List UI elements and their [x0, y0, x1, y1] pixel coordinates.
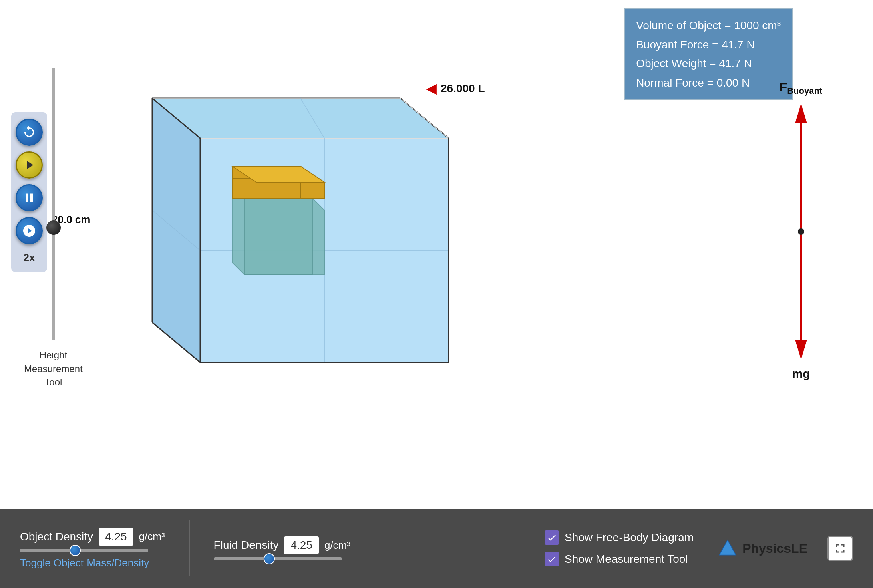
height-tool-label: HeightMeasurementTool	[24, 348, 83, 389]
svg-rect-19	[244, 198, 312, 274]
fbd-checkbox-box	[545, 530, 559, 545]
normal-force-text: Normal Force = 0.00 N	[636, 73, 781, 93]
height-measurement-tool[interactable]	[52, 68, 55, 340]
vertical-track	[52, 68, 55, 340]
object-density-group: Object Density 4.25 g/cm³ Toggle Object …	[20, 528, 165, 569]
checkboxes-panel: Show Free-Body Diagram Show Measurement …	[545, 530, 694, 566]
controls-panel: 2x	[11, 112, 47, 272]
physics-le-brand: PhysicsLE	[718, 538, 807, 558]
play-button[interactable]	[16, 151, 43, 179]
object-density-value[interactable]: 4.25	[99, 528, 133, 546]
buoyant-force-text: Buoyant Force = 41.7 N	[636, 35, 781, 54]
object-weight-text: Object Weight = 41.7 N	[636, 54, 781, 73]
object-density-label: Object Density	[20, 530, 93, 543]
fluid-density-group: Fluid Density 4.25 g/cm³	[214, 536, 350, 560]
speed-label: 2x	[24, 252, 35, 264]
slider-thumb[interactable]	[46, 220, 61, 235]
fluid-density-row: Fluid Density 4.25 g/cm³	[214, 536, 350, 554]
pause-button[interactable]	[16, 184, 43, 211]
water-level-value: 26.000 L	[441, 82, 485, 95]
fluid-density-slider-container	[214, 557, 342, 560]
measurement-checkbox-label: Show Measurement Tool	[565, 553, 688, 566]
object-density-unit: g/cm³	[139, 530, 165, 543]
bottom-bar: Object Density 4.25 g/cm³ Toggle Object …	[0, 509, 873, 588]
tank-svg	[88, 74, 449, 379]
tank-container	[88, 74, 408, 346]
simulation-area: Volume of Object = 1000 cm³ Buoyant Forc…	[0, 0, 873, 509]
fluid-density-value[interactable]: 4.25	[284, 536, 319, 554]
svg-marker-28	[719, 540, 736, 555]
volume-text: Volume of Object = 1000 cm³	[636, 16, 781, 35]
fluid-density-slider[interactable]	[214, 557, 342, 560]
mg-label: mg	[792, 367, 810, 381]
divider1	[189, 520, 190, 576]
fullscreen-icon	[833, 541, 847, 556]
fluid-density-unit: g/cm³	[324, 539, 350, 552]
object-density-row: Object Density 4.25 g/cm³	[20, 528, 165, 546]
speed-button[interactable]	[16, 217, 43, 244]
svg-marker-24	[795, 103, 807, 123]
physics-le-text: PhysicsLE	[742, 541, 807, 556]
show-fbd-checkbox[interactable]: Show Free-Body Diagram	[545, 530, 694, 545]
reset-button[interactable]	[16, 119, 43, 146]
f-buoyant-label: FBuoyant	[780, 80, 822, 96]
info-panel: Volume of Object = 1000 cm³ Buoyant Forc…	[624, 8, 793, 100]
svg-marker-26	[795, 340, 807, 360]
fluid-density-label: Fluid Density	[214, 539, 279, 552]
force-arrow-svg	[789, 99, 813, 364]
toggle-mass-density-link[interactable]: Toggle Object Mass/Density	[20, 557, 149, 569]
svg-marker-0	[152, 98, 449, 138]
object-density-slider[interactable]	[20, 549, 148, 552]
measurement-checkbox-box	[545, 552, 559, 566]
physics-le-logo	[718, 538, 738, 558]
water-level-label: ◀ 26.000 L	[426, 81, 485, 96]
fbd-checkbox-label: Show Free-Body Diagram	[565, 531, 694, 544]
force-diagram: FBuoyant mg	[769, 80, 833, 385]
show-measurement-checkbox[interactable]: Show Measurement Tool	[545, 552, 694, 566]
fullscreen-button[interactable]	[827, 536, 853, 561]
svg-point-27	[798, 228, 804, 235]
water-level-arrow: ◀	[426, 81, 436, 96]
object-density-slider-container	[20, 549, 148, 552]
